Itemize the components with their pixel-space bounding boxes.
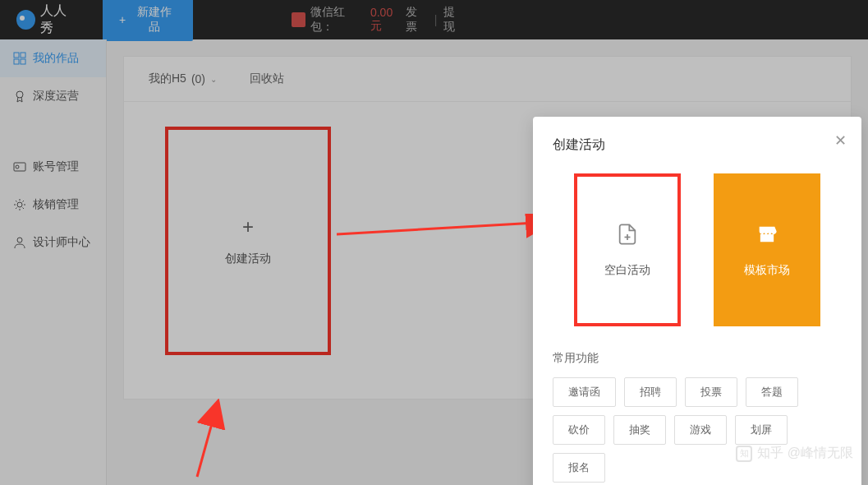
svg-point-8 bbox=[17, 238, 22, 242]
close-icon[interactable]: ✕ bbox=[834, 132, 847, 150]
tag-lottery[interactable]: 抽奖 bbox=[613, 415, 666, 445]
tab-label: 回收站 bbox=[250, 72, 284, 86]
sidebar-item-label: 核销管理 bbox=[33, 197, 79, 212]
option-label: 空白活动 bbox=[604, 263, 650, 278]
section-title: 常用功能 bbox=[553, 351, 842, 366]
sidebar-item-label: 我的作品 bbox=[33, 51, 79, 66]
chevron-down-icon: ⌄ bbox=[210, 75, 217, 84]
sidebar-item-my-works[interactable]: 我的作品 bbox=[0, 39, 106, 77]
tab-recycle[interactable]: 回收站 bbox=[250, 72, 284, 86]
svg-point-7 bbox=[17, 202, 22, 207]
tag-quiz[interactable]: 答题 bbox=[746, 377, 798, 407]
watermark-text: 知乎 @峰情无限 bbox=[757, 445, 853, 462]
store-icon bbox=[755, 223, 778, 252]
plus-icon: + bbox=[119, 13, 126, 26]
sidebar-item-label: 账号管理 bbox=[33, 159, 79, 174]
logo-icon bbox=[16, 10, 35, 30]
red-envelope-icon bbox=[292, 12, 305, 27]
create-label: 创建活动 bbox=[225, 252, 271, 266]
logo[interactable]: 人人秀 bbox=[16, 2, 78, 37]
sidebar-item-label: 设计师中心 bbox=[33, 235, 90, 250]
red-envelope-amount: 0.00 元 bbox=[370, 6, 406, 34]
modal-title: 创建活动 bbox=[553, 136, 842, 154]
tag-invitation[interactable]: 邀请函 bbox=[553, 377, 616, 407]
person-icon bbox=[13, 236, 26, 249]
red-envelope-info[interactable]: 微信红包： 0.00 元 bbox=[292, 5, 406, 35]
tab-label: 我的H5 bbox=[149, 72, 186, 86]
template-market-option[interactable]: 模板市场 bbox=[714, 173, 820, 326]
grid-icon bbox=[13, 52, 26, 65]
zhihu-icon: 知 bbox=[736, 446, 752, 462]
sidebar-item-designer[interactable]: 设计师中心 bbox=[0, 224, 106, 261]
svg-line-9 bbox=[337, 222, 550, 234]
tag-bargain[interactable]: 砍价 bbox=[553, 415, 605, 445]
withdraw-link[interactable]: 提现 bbox=[443, 5, 466, 35]
svg-rect-0 bbox=[14, 53, 19, 58]
sidebar-item-label: 深度运营 bbox=[33, 89, 79, 104]
svg-point-6 bbox=[16, 165, 19, 169]
create-activity-card[interactable]: + 创建活动 bbox=[165, 127, 331, 355]
sidebar: 我的作品 深度运营 账号管理 核销管理 设计师中心 bbox=[0, 39, 107, 485]
card-icon bbox=[13, 160, 26, 173]
divider: | bbox=[434, 13, 438, 26]
tag-vote[interactable]: 投票 bbox=[685, 377, 737, 407]
svg-point-4 bbox=[16, 91, 23, 98]
red-envelope-label: 微信红包： bbox=[310, 5, 365, 35]
blank-activity-option[interactable]: 空白活动 bbox=[574, 173, 681, 326]
modal-options: 空白活动 模板市场 bbox=[553, 173, 842, 326]
option-label: 模板市场 bbox=[744, 263, 790, 278]
tag-game[interactable]: 游戏 bbox=[674, 415, 727, 445]
tabs: 我的H5 (0) ⌄ 回收站 bbox=[124, 57, 851, 102]
invoice-link[interactable]: 发票 bbox=[406, 5, 428, 35]
top-links: 发票 | 提现 bbox=[406, 5, 466, 35]
file-plus-icon bbox=[616, 223, 639, 252]
tab-my-h5[interactable]: 我的H5 (0) ⌄ bbox=[149, 72, 217, 86]
sidebar-item-verification[interactable]: 核销管理 bbox=[0, 186, 106, 224]
gear-icon bbox=[13, 198, 26, 211]
tag-swipe[interactable]: 划屏 bbox=[735, 415, 788, 445]
svg-line-10 bbox=[197, 403, 218, 477]
sidebar-item-operations[interactable]: 深度运营 bbox=[0, 77, 106, 115]
svg-rect-2 bbox=[14, 59, 19, 64]
annotation-arrow bbox=[337, 214, 567, 247]
tag-signup[interactable]: 报名 bbox=[553, 453, 605, 483]
tag-recruit[interactable]: 招聘 bbox=[624, 377, 677, 407]
sidebar-item-account[interactable]: 账号管理 bbox=[0, 148, 106, 186]
svg-rect-3 bbox=[21, 59, 25, 64]
new-work-label: 新建作品 bbox=[132, 5, 176, 35]
badge-icon bbox=[13, 90, 26, 103]
tab-count: (0) bbox=[191, 72, 205, 85]
watermark: 知 知乎 @峰情无限 bbox=[736, 445, 853, 462]
create-activity-modal: 创建活动 ✕ 空白活动 模板市场 常用功能 邀请函 招聘 投票 答题 砍价 抽奖… bbox=[533, 117, 861, 485]
logo-text: 人人秀 bbox=[40, 2, 78, 37]
annotation-arrow bbox=[148, 399, 230, 481]
svg-rect-1 bbox=[21, 53, 25, 58]
new-work-button[interactable]: + 新建作品 bbox=[103, 0, 192, 41]
top-bar: 人人秀 + 新建作品 微信红包： 0.00 元 发票 | 提现 bbox=[0, 0, 868, 39]
plus-icon: + bbox=[242, 215, 254, 238]
tag-grid: 邀请函 招聘 投票 答题 砍价 抽奖 游戏 划屏 报名 bbox=[553, 377, 842, 483]
